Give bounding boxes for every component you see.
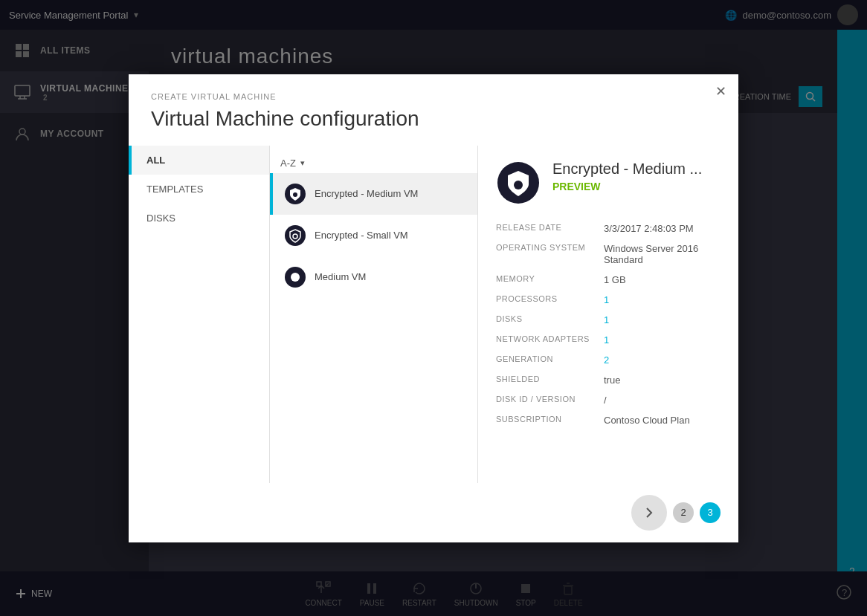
vm-detail: Encrypted - Medium ... PREVIEW RELEASE D…	[478, 146, 738, 483]
spec-shielded: SHIELDED true	[496, 375, 721, 386]
spec-disks-label: DISKS	[496, 314, 604, 323]
spec-network-label: NETWORK ADAPTERS	[496, 334, 604, 343]
vm-detail-header: Encrypted - Medium ... PREVIEW	[496, 161, 721, 205]
vm-list-filter: A-Z ▾	[270, 153, 477, 173]
vm-item-encrypted-medium[interactable]: Encrypted - Medium VM	[270, 173, 477, 215]
modal-sidebar: ALL TEMPLATES DISKS	[129, 146, 270, 483]
modal-subtitle: CREATE VIRTUAL MACHINE	[151, 92, 716, 101]
spec-generation: GENERATION 2	[496, 354, 721, 366]
spec-os: OPERATING SYSTEM Windows Server 2016 Sta…	[496, 243, 721, 265]
spec-subscription-value: Contoso Cloud Plan	[604, 415, 690, 426]
vm-preview-badge: PREVIEW	[552, 181, 702, 192]
vm-detail-icon	[496, 161, 541, 205]
modal-overlay: ✕ CREATE VIRTUAL MACHINE Virtual Machine…	[0, 0, 867, 616]
modal-body: ALL TEMPLATES DISKS A-Z ▾	[129, 146, 738, 483]
next-button[interactable]	[631, 495, 667, 531]
spec-disks-value: 1	[604, 314, 609, 325]
svg-point-30	[291, 273, 300, 282]
modal-nav-all[interactable]: ALL	[129, 146, 269, 175]
vm-name-encrypted-small: Encrypted - Small VM	[315, 230, 408, 241]
spec-subscription-label: SUBSCRIPTION	[496, 415, 604, 424]
step-3[interactable]: 3	[700, 502, 721, 523]
spec-shielded-value: true	[604, 375, 620, 386]
spec-disk-id: DISK ID / VERSION /	[496, 395, 721, 406]
spec-processors-label: PROCESSORS	[496, 294, 604, 303]
vm-icon-encrypted-medium	[283, 182, 307, 206]
modal-title: Virtual Machine configuration	[151, 107, 716, 131]
spec-processors: PROCESSORS 1	[496, 294, 721, 305]
spec-disk-id-label: DISK ID / VERSION	[496, 395, 604, 403]
spec-network-value: 1	[604, 334, 609, 346]
vm-icon-encrypted-small	[283, 224, 307, 247]
vm-item-encrypted-small[interactable]: Encrypted - Small VM	[270, 215, 477, 256]
svg-point-32	[514, 181, 523, 189]
svg-point-26	[293, 192, 297, 197]
modal-nav-templates[interactable]: TEMPLATES	[129, 175, 269, 204]
spec-disks: DISKS 1	[496, 314, 721, 325]
modal: ✕ CREATE VIRTUAL MACHINE Virtual Machine…	[129, 74, 738, 542]
spec-memory: MEMORY 1 GB	[496, 274, 721, 285]
spec-generation-label: GENERATION	[496, 354, 604, 363]
vm-name-encrypted-medium: Encrypted - Medium VM	[315, 188, 418, 199]
spec-disk-id-value: /	[604, 395, 607, 406]
spec-release-date: RELEASE DATE 3/3/2017 2:48:03 PM	[496, 223, 721, 234]
spec-memory-value: 1 GB	[604, 274, 626, 285]
modal-footer: 2 3	[129, 483, 738, 542]
spec-os-value: Windows Server 2016 Standard	[604, 243, 721, 265]
modal-content: A-Z ▾ Encrypted - Medium VM	[270, 146, 738, 483]
modal-nav-disks[interactable]: DISKS	[129, 204, 269, 233]
filter-dropdown-icon[interactable]: ▾	[300, 158, 305, 168]
spec-release-date-value: 3/3/2017 2:48:03 PM	[604, 223, 694, 234]
spec-memory-label: MEMORY	[496, 274, 604, 283]
spec-os-label: OPERATING SYSTEM	[496, 243, 604, 252]
spec-release-date-label: RELEASE DATE	[496, 223, 604, 232]
spec-subscription: SUBSCRIPTION Contoso Cloud Plan	[496, 415, 721, 426]
vm-specs: RELEASE DATE 3/3/2017 2:48:03 PM OPERATI…	[496, 223, 721, 426]
modal-header: CREATE VIRTUAL MACHINE Virtual Machine c…	[129, 74, 738, 146]
spec-network: NETWORK ADAPTERS 1	[496, 334, 721, 346]
spec-generation-value: 2	[604, 354, 609, 366]
vm-name-medium: Medium VM	[315, 271, 366, 282]
spec-processors-value: 1	[604, 294, 609, 305]
modal-close-button[interactable]: ✕	[715, 85, 726, 98]
spec-shielded-label: SHIELDED	[496, 375, 604, 383]
vm-item-medium[interactable]: Medium VM	[270, 256, 477, 298]
vm-list: A-Z ▾ Encrypted - Medium VM	[270, 146, 478, 483]
vm-detail-title: Encrypted - Medium ...	[552, 161, 702, 178]
filter-label: A-Z	[280, 158, 296, 169]
vm-icon-medium	[283, 265, 307, 289]
step-2[interactable]: 2	[673, 502, 694, 523]
